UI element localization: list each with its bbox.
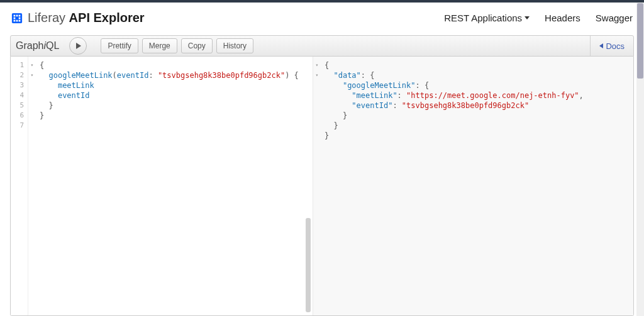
svg-rect-1 xyxy=(14,14,16,16)
code-token: } xyxy=(325,131,329,140)
fold-gutter: ▾ ▾ xyxy=(313,57,321,315)
svg-rect-8 xyxy=(19,19,21,21)
line-gutter: 1 2 3 4 5 6 7 xyxy=(11,57,28,315)
code-token: "data" xyxy=(333,71,360,80)
prettify-button[interactable]: Prettify xyxy=(101,38,138,53)
code-token: "tsvbgsehg8k38be0pfd96gb2ck" xyxy=(402,101,529,110)
line-number: 5 xyxy=(11,101,24,111)
brand-prefix: Liferay xyxy=(28,11,65,25)
brand-suffix: API Explorer xyxy=(69,11,145,25)
nav-swagger[interactable]: Swagger xyxy=(596,13,633,23)
line-number: 7 xyxy=(11,121,24,131)
nav-label: REST Applications xyxy=(444,13,522,23)
code-token: "https://meet.google.com/nej-etnh-fyv" xyxy=(406,91,579,100)
code-token: { xyxy=(40,61,44,70)
fold-mark[interactable]: ▾ xyxy=(313,60,321,70)
code-token: } xyxy=(343,111,347,120)
code-token: eventId xyxy=(58,91,90,100)
scrollbar-thumb[interactable] xyxy=(306,218,311,312)
query-editor[interactable]: { googleMeetLink(eventId: "tsvbgsehg8k38… xyxy=(36,57,313,315)
line-number: 2 xyxy=(11,70,24,80)
nav-rest-applications[interactable]: REST Applications xyxy=(444,13,530,23)
code-token: { xyxy=(325,61,329,70)
code-token: } xyxy=(48,101,53,110)
title-ql: QL xyxy=(46,40,59,51)
fold-mark[interactable]: ▾ xyxy=(313,70,321,80)
code-token: "meetLink" xyxy=(352,91,397,100)
svg-rect-6 xyxy=(14,19,16,21)
title-graph: Graph xyxy=(16,40,43,51)
code-token: "eventId" xyxy=(352,101,392,110)
code-token: meetLink xyxy=(58,81,94,90)
query-scrollbar[interactable] xyxy=(305,57,311,315)
code-token: } xyxy=(40,111,44,120)
execute-button[interactable] xyxy=(69,37,87,55)
graphiql-title: GraphiQL xyxy=(16,40,59,52)
merge-button[interactable]: Merge xyxy=(142,38,177,53)
chevron-left-icon xyxy=(599,43,603,48)
nav-headers[interactable]: Headers xyxy=(545,13,580,23)
code-token: ) { xyxy=(285,71,299,80)
docs-label: Docs xyxy=(606,41,625,51)
line-number: 1 xyxy=(11,60,24,70)
content-area: GraphiQL Prettify Merge Copy History Doc… xyxy=(0,35,644,316)
line-number: 3 xyxy=(11,80,24,90)
code-token: googleMeetLink xyxy=(48,71,112,80)
fold-mark[interactable]: ▾ xyxy=(28,70,36,80)
fold-mark[interactable]: ▾ xyxy=(28,60,36,70)
svg-rect-3 xyxy=(19,14,21,16)
code-token: "googleMeetLink" xyxy=(343,81,416,90)
code-token: } xyxy=(333,121,338,130)
brand-block: Liferay API Explorer xyxy=(11,11,145,25)
scrollbar-thumb[interactable] xyxy=(637,3,643,79)
graphiql-toolbar: GraphiQL Prettify Merge Copy History Doc… xyxy=(10,35,634,57)
page-scrollbar[interactable] xyxy=(636,3,644,316)
code-token: "tsvbgsehg8k38be0pfd96gb2ck" xyxy=(158,71,285,80)
header-nav: REST Applications Headers Swagger xyxy=(444,13,633,23)
svg-rect-0 xyxy=(12,13,22,23)
play-icon xyxy=(76,43,81,49)
code-token: eventId xyxy=(117,71,149,80)
code-token: : { xyxy=(361,71,375,80)
code-token: : xyxy=(392,101,401,110)
history-button[interactable]: History xyxy=(216,38,253,53)
code-token: : xyxy=(148,71,157,80)
code-token: ( xyxy=(113,71,117,80)
fold-gutter: ▾ ▾ xyxy=(28,57,36,315)
line-number: 4 xyxy=(11,90,24,101)
query-pane: 1 2 3 4 5 6 7 ▾ ▾ { googleMeetLink(event… xyxy=(11,57,313,315)
docs-button[interactable]: Docs xyxy=(590,36,630,56)
liferay-logo-icon xyxy=(11,13,23,24)
editor-panes: 1 2 3 4 5 6 7 ▾ ▾ { googleMeetLink(event… xyxy=(10,57,634,316)
svg-rect-4 xyxy=(14,17,16,19)
code-token: : { xyxy=(416,81,430,90)
svg-rect-5 xyxy=(19,17,21,19)
app-header: Liferay API Explorer REST Applications H… xyxy=(0,0,644,35)
code-token: , xyxy=(579,91,584,100)
brand-text: Liferay API Explorer xyxy=(28,11,145,25)
line-number: 6 xyxy=(11,111,24,121)
code-token: : xyxy=(397,91,406,100)
svg-rect-2 xyxy=(16,14,18,16)
caret-down-icon xyxy=(525,16,530,19)
svg-rect-7 xyxy=(16,19,18,21)
copy-button[interactable]: Copy xyxy=(181,38,213,53)
response-pane: ▾ ▾ { "data": { "googleMeetLink": { "mee… xyxy=(313,57,633,315)
response-viewer[interactable]: { "data": { "googleMeetLink": { "meetLin… xyxy=(321,57,633,315)
